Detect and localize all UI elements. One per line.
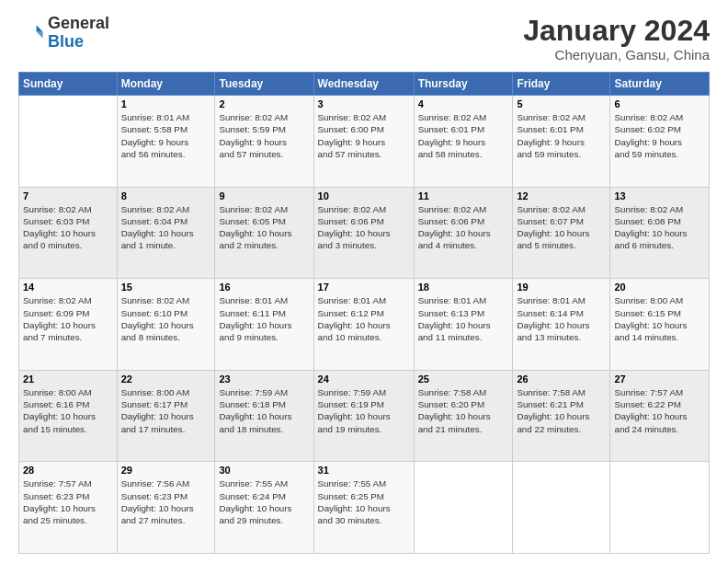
calendar-cell: 11Sunrise: 8:02 AMSunset: 6:06 PMDayligh… (414, 187, 513, 279)
calendar-cell: 4Sunrise: 8:02 AMSunset: 6:01 PMDaylight… (414, 96, 513, 188)
day-info: Sunrise: 8:02 AMSunset: 6:06 PMDaylight:… (318, 203, 410, 252)
day-info: Sunrise: 8:01 AMSunset: 6:14 PMDaylight:… (517, 294, 606, 343)
day-number: 19 (517, 282, 606, 293)
day-info: Sunrise: 8:02 AMSunset: 6:02 PMDaylight:… (614, 111, 705, 160)
calendar-cell: 7Sunrise: 8:02 AMSunset: 6:03 PMDaylight… (19, 187, 118, 279)
calendar-cell: 31Sunrise: 7:55 AMSunset: 6:25 PMDayligh… (313, 462, 414, 554)
day-number: 29 (121, 465, 211, 476)
calendar-cell: 13Sunrise: 8:02 AMSunset: 6:08 PMDayligh… (610, 187, 710, 279)
weekday-header-row: SundayMondayTuesdayWednesdayThursdayFrid… (19, 73, 710, 96)
logo-general-text: General (48, 14, 109, 32)
calendar-cell: 28Sunrise: 7:57 AMSunset: 6:23 PMDayligh… (19, 462, 118, 554)
calendar-cell: 24Sunrise: 7:59 AMSunset: 6:19 PMDayligh… (313, 370, 414, 462)
calendar-cell: 2Sunrise: 8:02 AMSunset: 5:59 PMDaylight… (215, 96, 313, 188)
calendar-cell: 19Sunrise: 8:01 AMSunset: 6:14 PMDayligh… (513, 279, 610, 371)
logo-icon (18, 20, 44, 46)
page: General Blue January 2024 Chenyuan, Gans… (0, 0, 728, 563)
day-info: Sunrise: 8:00 AMSunset: 6:17 PMDaylight:… (121, 386, 211, 435)
day-number: 17 (318, 282, 410, 293)
calendar-cell (610, 462, 710, 554)
day-number: 30 (219, 465, 309, 476)
calendar-cell: 5Sunrise: 8:02 AMSunset: 6:01 PMDaylight… (513, 96, 610, 188)
day-info: Sunrise: 8:00 AMSunset: 6:15 PMDaylight:… (614, 294, 705, 343)
week-row-0: 1Sunrise: 8:01 AMSunset: 5:58 PMDaylight… (19, 96, 710, 188)
day-info: Sunrise: 7:57 AMSunset: 6:22 PMDaylight:… (614, 386, 705, 435)
day-number: 8 (121, 190, 211, 201)
day-info: Sunrise: 8:02 AMSunset: 6:06 PMDaylight:… (418, 203, 509, 252)
location-subtitle: Chenyuan, Gansu, China (523, 47, 710, 63)
day-number: 31 (318, 465, 410, 476)
weekday-header-friday: Friday (513, 73, 610, 96)
day-info: Sunrise: 8:00 AMSunset: 6:16 PMDaylight:… (23, 386, 113, 435)
day-number: 25 (418, 373, 509, 385)
day-info: Sunrise: 7:59 AMSunset: 6:19 PMDaylight:… (318, 386, 410, 435)
day-number: 20 (614, 282, 705, 293)
day-info: Sunrise: 7:56 AMSunset: 6:23 PMDaylight:… (121, 477, 211, 526)
day-number: 5 (517, 98, 606, 109)
day-number: 22 (121, 373, 211, 385)
day-info: Sunrise: 7:57 AMSunset: 6:23 PMDaylight:… (23, 477, 113, 526)
day-info: Sunrise: 8:02 AMSunset: 6:10 PMDaylight:… (121, 294, 211, 343)
day-number: 26 (517, 373, 606, 385)
day-info: Sunrise: 8:01 AMSunset: 5:58 PMDaylight:… (121, 111, 211, 160)
week-row-2: 14Sunrise: 8:02 AMSunset: 6:09 PMDayligh… (19, 279, 710, 371)
calendar-cell: 9Sunrise: 8:02 AMSunset: 6:05 PMDaylight… (215, 187, 313, 279)
day-info: Sunrise: 8:02 AMSunset: 6:08 PMDaylight:… (614, 203, 705, 252)
day-number: 15 (121, 282, 211, 293)
calendar-cell: 21Sunrise: 8:00 AMSunset: 6:16 PMDayligh… (19, 370, 118, 462)
calendar-cell (414, 462, 513, 554)
calendar-cell: 29Sunrise: 7:56 AMSunset: 6:23 PMDayligh… (117, 462, 215, 554)
day-number: 27 (614, 373, 705, 385)
calendar-cell: 27Sunrise: 7:57 AMSunset: 6:22 PMDayligh… (610, 370, 710, 462)
day-number: 13 (614, 190, 705, 201)
calendar-cell: 8Sunrise: 8:02 AMSunset: 6:04 PMDaylight… (117, 187, 215, 279)
svg-marker-1 (37, 31, 43, 38)
day-info: Sunrise: 8:02 AMSunset: 6:00 PMDaylight:… (318, 111, 410, 160)
calendar-table: SundayMondayTuesdayWednesdayThursdayFrid… (18, 72, 710, 554)
day-info: Sunrise: 7:58 AMSunset: 6:21 PMDaylight:… (517, 386, 606, 435)
header: General Blue January 2024 Chenyuan, Gans… (18, 15, 710, 63)
day-number: 28 (23, 465, 113, 476)
calendar-cell (513, 462, 610, 554)
day-info: Sunrise: 8:02 AMSunset: 6:01 PMDaylight:… (517, 111, 606, 160)
weekday-header-wednesday: Wednesday (313, 73, 414, 96)
svg-marker-0 (37, 25, 43, 31)
day-info: Sunrise: 8:02 AMSunset: 6:04 PMDaylight:… (121, 203, 211, 252)
calendar-cell: 23Sunrise: 7:59 AMSunset: 6:18 PMDayligh… (215, 370, 313, 462)
day-number: 1 (121, 98, 211, 109)
day-number: 16 (219, 282, 309, 293)
day-info: Sunrise: 7:59 AMSunset: 6:18 PMDaylight:… (219, 386, 309, 435)
calendar-cell: 16Sunrise: 8:01 AMSunset: 6:11 PMDayligh… (215, 279, 313, 371)
day-info: Sunrise: 8:01 AMSunset: 6:13 PMDaylight:… (418, 294, 509, 343)
day-info: Sunrise: 8:02 AMSunset: 5:59 PMDaylight:… (219, 111, 309, 160)
day-info: Sunrise: 7:58 AMSunset: 6:20 PMDaylight:… (418, 386, 509, 435)
day-number: 3 (318, 98, 410, 109)
day-number: 23 (219, 373, 309, 385)
day-number: 12 (517, 190, 606, 201)
weekday-header-thursday: Thursday (414, 73, 513, 96)
day-info: Sunrise: 8:02 AMSunset: 6:01 PMDaylight:… (418, 111, 509, 160)
calendar-cell: 14Sunrise: 8:02 AMSunset: 6:09 PMDayligh… (19, 279, 118, 371)
day-number: 10 (318, 190, 410, 201)
day-number: 2 (219, 98, 309, 109)
day-info: Sunrise: 8:02 AMSunset: 6:09 PMDaylight:… (23, 294, 113, 343)
day-info: Sunrise: 8:02 AMSunset: 6:05 PMDaylight:… (219, 203, 309, 252)
day-info: Sunrise: 8:01 AMSunset: 6:11 PMDaylight:… (219, 294, 309, 343)
day-number: 7 (23, 190, 113, 201)
day-number: 24 (318, 373, 410, 385)
weekday-header-tuesday: Tuesday (215, 73, 313, 96)
calendar-cell: 22Sunrise: 8:00 AMSunset: 6:17 PMDayligh… (117, 370, 215, 462)
week-row-1: 7Sunrise: 8:02 AMSunset: 6:03 PMDaylight… (19, 187, 710, 279)
calendar-cell: 12Sunrise: 8:02 AMSunset: 6:07 PMDayligh… (513, 187, 610, 279)
day-info: Sunrise: 7:55 AMSunset: 6:25 PMDaylight:… (318, 477, 410, 526)
calendar-cell: 20Sunrise: 8:00 AMSunset: 6:15 PMDayligh… (610, 279, 710, 371)
title-block: January 2024 Chenyuan, Gansu, China (523, 15, 710, 63)
calendar-cell: 3Sunrise: 8:02 AMSunset: 6:00 PMDaylight… (313, 96, 414, 188)
week-row-3: 21Sunrise: 8:00 AMSunset: 6:16 PMDayligh… (19, 370, 710, 462)
calendar-cell: 6Sunrise: 8:02 AMSunset: 6:02 PMDaylight… (610, 96, 710, 188)
weekday-header-sunday: Sunday (19, 73, 118, 96)
calendar-cell: 26Sunrise: 7:58 AMSunset: 6:21 PMDayligh… (513, 370, 610, 462)
weekday-header-monday: Monday (117, 73, 215, 96)
day-number: 11 (418, 190, 509, 201)
day-info: Sunrise: 8:02 AMSunset: 6:07 PMDaylight:… (517, 203, 606, 252)
